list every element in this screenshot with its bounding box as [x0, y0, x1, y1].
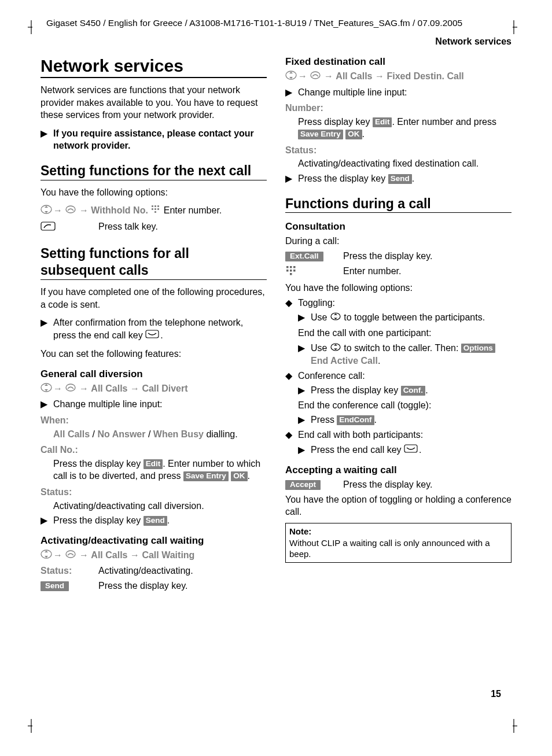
press-send: ▶ Press the display key Send.: [41, 514, 267, 527]
after-confirm: ▶ After confirmation from the telephone …: [41, 316, 267, 342]
opt: When Busy: [153, 429, 204, 439]
nav-fdc: → → All Calls → Fixed Destin. Call: [285, 70, 511, 84]
arrow-icon: →: [375, 71, 384, 81]
send-softkey: Send: [41, 581, 69, 591]
note-body: Without CLIP a waiting call is only anno…: [289, 537, 507, 560]
svg-rect-18: [154, 211, 156, 213]
callno-text: Press the display key Edit. Enter number…: [41, 458, 267, 482]
opt: No Answer: [97, 429, 145, 439]
when-options: All Calls / No Answer / When Busy dialli…: [41, 428, 267, 441]
end-call-key-icon: [404, 444, 419, 457]
text: Use: [311, 312, 330, 322]
svg-marker-45: [334, 348, 337, 350]
enter-number-row: Enter number.: [285, 265, 511, 280]
talk-key-text: Press talk key.: [98, 220, 267, 235]
svg-marker-22: [45, 384, 48, 386]
running-head: Network services: [41, 36, 511, 47]
text: Press: [311, 415, 337, 425]
note-title: Note:: [289, 526, 507, 537]
svg-rect-33: [286, 266, 289, 268]
svg-point-11: [66, 206, 75, 213]
svg-marker-31: [289, 77, 293, 79]
heading-gcd: General call diversion: [41, 368, 267, 380]
heading-cw: Activating/deactivating call waiting: [41, 535, 267, 547]
page-title: Network services: [41, 56, 267, 78]
talk-key-icon: [41, 220, 98, 235]
page: Gigaset S450 / English for Greece / A310…: [0, 0, 552, 756]
nav-key-icon: [41, 549, 53, 563]
number-label: Number:: [285, 102, 511, 115]
menu-icon: [65, 383, 76, 396]
change-multi: ▶ Change multiple line input:: [41, 398, 267, 411]
arrow-icon: →: [79, 383, 89, 393]
triangle-icon: ▶: [41, 127, 53, 140]
cw-status-row: Status: Activating/deactivating.: [41, 565, 267, 577]
diamond-icon: ◆: [285, 429, 298, 441]
arrow-icon: →: [79, 205, 89, 215]
end-one: End the call with one participant:: [285, 327, 511, 340]
keypad-icon: [150, 204, 161, 218]
arrow-icon: →: [130, 383, 139, 393]
triangle-icon: ▶: [298, 444, 311, 456]
options-intro: You have the following options:: [285, 282, 511, 294]
save-softkey: Save Entry: [298, 130, 343, 139]
crop-mark-icon: [28, 20, 35, 37]
svg-rect-15: [152, 208, 153, 210]
right-column: Fixed destination call → → All Calls → F…: [285, 56, 511, 595]
change-multi-fdc: ▶ Change multiple line input:: [285, 86, 511, 99]
triangle-icon: ▶: [41, 316, 53, 329]
menu-icon: [65, 550, 76, 562]
svg-rect-16: [154, 208, 156, 210]
press-end-call: ▶ Press the end call key .: [285, 444, 511, 457]
triangle-icon: ▶: [298, 342, 311, 355]
svg-rect-38: [293, 270, 296, 272]
arrow-icon: →: [324, 71, 333, 81]
when-label: When:: [41, 414, 267, 427]
arrow-icon: →: [53, 205, 62, 215]
arrow-icon: →: [53, 383, 62, 393]
status-label: Status:: [285, 144, 511, 157]
fdc-number-text: Press display key Edit. Enter number and…: [285, 116, 511, 141]
text: .: [412, 174, 414, 183]
edit-softkey: Edit: [373, 117, 392, 127]
during-call: During a call:: [285, 235, 511, 248]
text: Change multiple line input:: [53, 398, 267, 411]
status-label: Status:: [41, 486, 267, 499]
text: Use: [311, 343, 330, 353]
nav-key-icon: [330, 312, 341, 324]
svg-rect-34: [290, 266, 292, 268]
accept-row: Accept Press the display key.: [285, 478, 511, 491]
keypad-icon: [285, 265, 343, 280]
arrow-icon: →: [130, 550, 139, 560]
save-softkey: Save Entry: [183, 471, 229, 481]
menu-icon: [310, 71, 321, 83]
cw-status: Activating/deactivating.: [98, 565, 267, 577]
heading-during-call: Functions during a call: [285, 196, 511, 213]
callno-label: Call No.:: [41, 444, 267, 456]
extcall-row: Ext.Call Press the display key.: [285, 250, 511, 263]
conf-press: ▶ Press the display key Conf..: [285, 384, 511, 397]
svg-marker-42: [334, 318, 337, 320]
options-softkey: Options: [461, 344, 495, 353]
talk-key-row: Press talk key.: [41, 220, 267, 235]
svg-rect-17: [157, 208, 159, 210]
text: to switch to the caller. Then:: [341, 343, 461, 353]
svg-marker-44: [334, 344, 337, 346]
next-call-intro: You have the following options:: [41, 186, 267, 199]
text: .: [419, 445, 421, 455]
switch-caller: ▶ Use to switch to the caller. Then: Opt…: [285, 342, 511, 367]
text: to toggle between the participants.: [341, 312, 485, 322]
svg-marker-41: [334, 314, 337, 315]
triangle-icon: ▶: [298, 384, 311, 397]
menu-item: Withhold No.: [91, 205, 148, 215]
endconf-softkey: EndConf: [337, 415, 374, 425]
page-number: 15: [491, 689, 501, 699]
ok-softkey: OK: [345, 130, 362, 139]
opt: All Calls: [53, 429, 90, 439]
triangle-icon: ▶: [41, 514, 53, 527]
triangle-icon: ▶: [285, 86, 298, 99]
press-display: Press the display key.: [343, 250, 511, 263]
set-features: You can set the following features:: [41, 348, 267, 360]
status-label: Status:: [41, 565, 98, 577]
nav-key-icon: [41, 204, 53, 218]
